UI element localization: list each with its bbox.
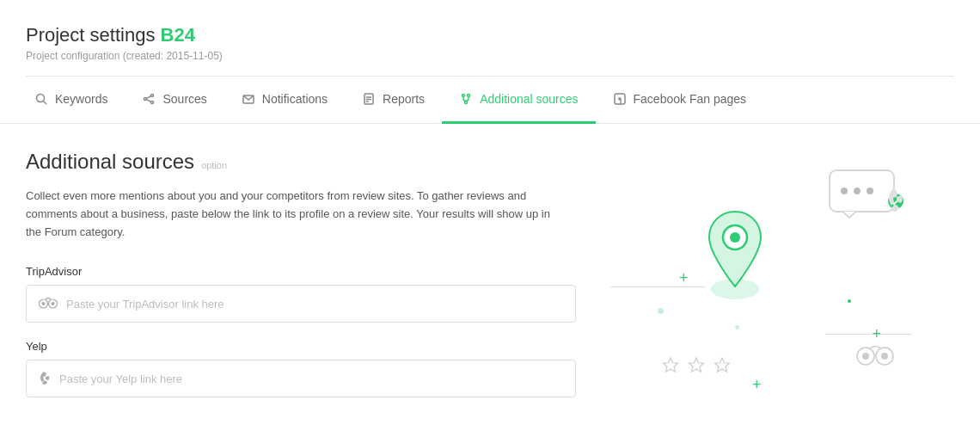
svg-point-21 — [42, 302, 46, 305]
svg-point-36 — [862, 353, 869, 360]
yelp-icon — [39, 371, 51, 386]
dot-3 — [735, 325, 739, 329]
svg-marker-31 — [664, 358, 678, 372]
svg-point-24 — [841, 188, 848, 194]
line-right — [825, 334, 911, 335]
section-description: Collect even more mentions about you and… — [26, 188, 559, 241]
yelp-illustration-icon — [883, 186, 907, 213]
tab-notifications-label: Notifications — [262, 92, 328, 106]
tab-sources-label: Sources — [162, 92, 206, 106]
section-title: Additional sources option — [26, 150, 576, 174]
svg-point-37 — [881, 353, 888, 360]
svg-point-22 — [52, 302, 55, 305]
email-icon — [242, 92, 255, 106]
share-icon — [142, 92, 156, 106]
illustration-area: + + + — [576, 150, 954, 415]
yelp-input-wrapper[interactable] — [26, 360, 576, 397]
svg-line-1 — [44, 102, 47, 105]
yelp-label: Yelp — [26, 340, 576, 353]
tripadvisor-illustration-icon — [856, 344, 894, 368]
tab-additional-sources-label: Additional sources — [480, 92, 578, 106]
svg-point-30 — [730, 232, 740, 243]
stars-icon — [662, 356, 739, 377]
illustration: + + + — [610, 162, 920, 403]
tripadvisor-input-wrapper[interactable] — [26, 285, 576, 323]
yelp-field-group: Yelp — [26, 340, 576, 397]
svg-point-12 — [462, 95, 465, 97]
tab-reports[interactable]: Reports — [345, 77, 442, 124]
tab-keywords[interactable]: Keywords — [17, 77, 125, 124]
tab-facebook-label: Facebook Fan pages — [634, 92, 747, 106]
plus-3: + — [752, 376, 762, 394]
tab-sources[interactable]: Sources — [125, 77, 224, 124]
tab-keywords-label: Keywords — [55, 92, 107, 106]
tab-notifications[interactable]: Notifications — [224, 77, 345, 124]
svg-marker-32 — [689, 358, 704, 372]
tripadvisor-icon — [39, 297, 58, 311]
svg-point-4 — [151, 102, 154, 104]
tab-facebook[interactable]: Facebook Fan pages — [596, 77, 764, 124]
svg-line-5 — [147, 96, 151, 99]
plus-1: + — [679, 269, 689, 287]
svg-point-25 — [854, 188, 861, 194]
plus-2: + — [872, 325, 881, 343]
svg-point-26 — [867, 188, 873, 194]
svg-point-2 — [151, 95, 154, 97]
svg-point-0 — [37, 95, 45, 102]
page-title: Project settings B24 — [26, 24, 954, 46]
svg-point-13 — [468, 95, 470, 97]
content-area: Additional sources option Collect even m… — [0, 124, 980, 432]
section-title-text: Additional sources — [26, 150, 194, 174]
tripadvisor-input[interactable] — [66, 298, 563, 311]
title-bold: B24 — [161, 24, 195, 46]
map-pin-icon — [696, 205, 774, 299]
fork-icon — [459, 92, 473, 106]
tab-additional-sources[interactable]: Additional sources — [442, 77, 595, 124]
dot-1 — [658, 308, 664, 314]
page-subtitle: Project configuration (created: 2015-11-… — [26, 50, 954, 62]
report-icon — [362, 92, 376, 106]
option-badge: option — [201, 160, 227, 170]
line-left — [610, 286, 705, 287]
title-prefix: Project settings — [26, 24, 161, 46]
svg-marker-33 — [715, 358, 730, 372]
page-header: Project settings B24 Project configurati… — [0, 0, 980, 76]
tab-reports-label: Reports — [383, 92, 425, 106]
tripadvisor-label: TripAdvisor — [26, 265, 576, 278]
search-icon — [34, 92, 48, 106]
tabs-bar: Keywords Sources Notifications — [0, 77, 980, 124]
yelp-input[interactable] — [59, 372, 563, 385]
tripadvisor-field-group: TripAdvisor — [26, 265, 576, 323]
svg-line-6 — [147, 100, 151, 102]
content-left: Additional sources option Collect even m… — [26, 150, 576, 415]
facebook-icon — [613, 92, 627, 106]
dot-2 — [848, 299, 851, 303]
svg-point-3 — [144, 98, 147, 101]
